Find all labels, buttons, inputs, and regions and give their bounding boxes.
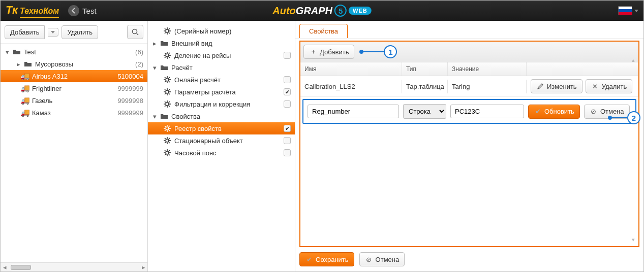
left-toolbar: Добавить Удалить (1, 21, 147, 44)
delete-button[interactable]: Удалить (62, 25, 98, 39)
settings-item[interactable]: Деление на рейсы (148, 49, 295, 61)
update-property-button[interactable]: ✔ Обновить (528, 105, 580, 119)
svg-line-63 (169, 138, 170, 139)
svg-line-53 (169, 130, 170, 131)
svg-line-73 (165, 154, 166, 155)
settings-item-label: (Серийный номер) (174, 27, 291, 35)
svg-point-56 (166, 139, 169, 142)
prop-value-input[interactable] (450, 105, 524, 118)
settings-item[interactable]: (Серийный номер) (148, 25, 295, 37)
properties-toolbar: ＋ Добавить 1 (300, 42, 638, 62)
language-switch[interactable] (618, 6, 638, 15)
cancel-property-label: Отмена (600, 108, 624, 115)
add-button-caret[interactable] (48, 28, 58, 37)
svg-line-8 (169, 32, 170, 33)
gear-icon (163, 100, 171, 108)
tree-vehicle[interactable]: 🚚Airbus A3125100004 (1, 70, 147, 82)
tree-item-label: Airbus A312 (32, 73, 114, 80)
col-type: Тип (402, 62, 448, 76)
delete-property-button[interactable]: ✕ Удалить (586, 79, 633, 93)
prop-type: Тар.таблица (402, 80, 448, 93)
settings-item[interactable]: Часовой пояс (148, 147, 295, 159)
truck-icon: 🚚 (21, 72, 29, 80)
tab-properties[interactable]: Свойства (299, 24, 348, 38)
svg-line-44 (169, 106, 170, 107)
settings-checkbox[interactable] (284, 137, 291, 144)
settings-item[interactable]: Фильтрация и коррекция (148, 98, 295, 110)
settings-checkbox[interactable] (284, 149, 291, 156)
edit-property-button[interactable]: Изменить (531, 79, 582, 93)
cancel-icon: ⊘ (590, 108, 598, 116)
truck-icon: 🚚 (21, 109, 29, 117)
pencil-icon (536, 82, 544, 90)
svg-line-71 (169, 154, 170, 155)
vehicle-tree[interactable]: ▾Test(6)▸Мусоровозы(2)🚚Airbus A312510000… (1, 44, 147, 262)
settings-checkbox[interactable] (284, 88, 291, 95)
svg-line-55 (165, 130, 166, 131)
add-button[interactable]: Добавить (5, 25, 45, 39)
tree-item-label: Камаз (32, 109, 114, 117)
callout-1-number: 1 (384, 45, 397, 58)
tree-item-label: Frightliner (32, 85, 114, 92)
tree-folder[interactable]: ▸Мусоровозы(2) (1, 58, 147, 70)
chevron-down-icon (634, 10, 638, 12)
horizontal-scrollbar[interactable]: ◂ ▸ (1, 262, 147, 271)
settings-tree[interactable]: (Серийный номер)▸Внешний видДеление на р… (148, 21, 295, 271)
settings-item[interactable]: Параметры расчёта (148, 86, 295, 98)
folder-icon (160, 63, 168, 72)
settings-group[interactable]: ▾Свойства (148, 110, 295, 122)
prop-name-input[interactable] (308, 105, 399, 118)
back-button[interactable]: Test (68, 5, 97, 16)
tree-vehicle[interactable]: 🚚Камаз9999999 (1, 107, 147, 119)
properties-area: ＋ Добавить 1 Имя Тип Значение Calibratio… (299, 41, 639, 247)
callout-1: 1 (359, 45, 397, 58)
properties-panel: Свойства ＋ Добавить 1 Имя Тип Значение (295, 21, 643, 271)
gear-icon (163, 76, 171, 84)
svg-line-1 (137, 33, 138, 35)
settings-item[interactable]: Стационарный объект (148, 134, 295, 147)
gear-icon (163, 27, 171, 35)
settings-item-label: Параметры расчёта (174, 88, 281, 96)
settings-checkbox[interactable] (284, 76, 291, 83)
svg-line-17 (169, 57, 170, 58)
settings-checkbox[interactable] (284, 125, 291, 132)
settings-item[interactable]: Реестр свойств (148, 122, 295, 134)
tree-folder[interactable]: ▾Test(6) (1, 46, 147, 58)
svg-point-38 (166, 103, 169, 106)
logo-web-badge: WEB (349, 7, 372, 15)
cancel-property-button[interactable]: ⊘ Отмена (584, 105, 630, 119)
back-icon (68, 5, 79, 16)
svg-line-70 (165, 150, 166, 151)
svg-line-72 (169, 150, 170, 151)
settings-item[interactable]: Онлайн расчёт (148, 74, 295, 86)
tree-item-label: Мусоровозы (35, 60, 132, 68)
logo-version: 5 (334, 5, 347, 17)
svg-line-26 (169, 81, 170, 82)
svg-line-18 (169, 53, 170, 54)
settings-checkbox[interactable] (284, 52, 291, 59)
cancel-button[interactable]: ⊘ Отмена (359, 252, 405, 266)
search-button[interactable] (127, 25, 143, 39)
tree-vehicle[interactable]: 🚚Frightliner9999999 (1, 82, 147, 94)
properties-body: Calibration_LLS2 Тар.таблица Taring Изме… (300, 76, 638, 246)
search-icon (131, 28, 139, 36)
svg-line-46 (165, 106, 166, 107)
col-value: Значение (448, 62, 527, 76)
settings-group[interactable]: ▸Внешний вид (148, 37, 295, 49)
settings-group[interactable]: ▾Расчёт (148, 61, 295, 74)
gear-icon (163, 51, 171, 59)
flag-ru-icon (618, 6, 632, 15)
svg-point-2 (166, 29, 169, 32)
expand-icon: ▾ (152, 64, 157, 72)
tree-vehicle[interactable]: 🚚Газель9999998 (1, 94, 147, 107)
vertical-scrollbar[interactable]: ▴▾ (629, 57, 637, 243)
svg-line-34 (165, 89, 166, 90)
prop-type-select[interactable]: Строка (403, 104, 446, 119)
expand-icon: ▸ (152, 40, 157, 47)
add-property-button[interactable]: ＋ Добавить (303, 45, 354, 59)
save-button[interactable]: ✔ Сохранить (299, 252, 354, 266)
svg-line-36 (169, 89, 170, 90)
scroll-thumb[interactable] (11, 265, 31, 270)
settings-checkbox[interactable] (284, 100, 291, 108)
prop-name: Calibration_LLS2 (300, 80, 402, 93)
